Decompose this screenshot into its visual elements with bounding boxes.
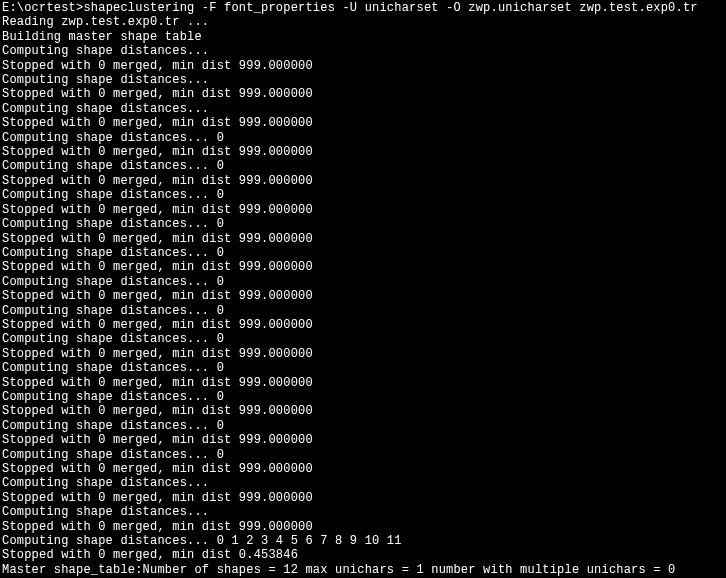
output-line: Stopped with 0 merged, min dist 999.0000… [2,232,724,246]
output-line: Computing shape distances... 0 [2,246,724,260]
output-line: Stopped with 0 merged, min dist 999.0000… [2,203,724,217]
output-line: Computing shape distances... 0 [2,275,724,289]
output-line: Stopped with 0 merged, min dist 999.0000… [2,260,724,274]
output-line: Stopped with 0 merged, min dist 999.0000… [2,59,724,73]
command-line: E:\ocrtest>shapeclustering -F font_prope… [2,1,724,15]
output-line: Computing shape distances... 0 [2,390,724,404]
output-line: Computing shape distances... 0 [2,159,724,173]
output-line: Computing shape distances... 0 [2,304,724,318]
output-line: Stopped with 0 merged, min dist 999.0000… [2,116,724,130]
output-line: Computing shape distances... 0 [2,361,724,375]
output-line: Reading zwp.test.exp0.tr ... [2,15,724,29]
output-line: Stopped with 0 merged, min dist 999.0000… [2,404,724,418]
terminal-output[interactable]: E:\ocrtest>shapeclustering -F font_prope… [0,0,726,578]
output-line: Computing shape distances... [2,73,724,87]
output-line: Stopped with 0 merged, min dist 0.453846 [2,548,724,562]
output-line: Computing shape distances... [2,102,724,116]
output-line: Master shape_table:Number of shapes = 12… [2,563,724,577]
prompt: E:\ocrtest> [2,1,83,15]
output-line: Computing shape distances... 0 [2,131,724,145]
output-line: Stopped with 0 merged, min dist 999.0000… [2,174,724,188]
output-line: Computing shape distances... 0 [2,332,724,346]
output-line: Stopped with 0 merged, min dist 999.0000… [2,462,724,476]
output-line: Computing shape distances... [2,44,724,58]
output-line: Stopped with 0 merged, min dist 999.0000… [2,433,724,447]
output-line: Stopped with 0 merged, min dist 999.0000… [2,520,724,534]
output-line: Stopped with 0 merged, min dist 999.0000… [2,145,724,159]
command-text: shapeclustering -F font_properties -U un… [83,1,697,15]
output-line: Computing shape distances... [2,505,724,519]
output-line: Stopped with 0 merged, min dist 999.0000… [2,347,724,361]
output-line: Computing shape distances... 0 [2,419,724,433]
output-line: Stopped with 0 merged, min dist 999.0000… [2,376,724,390]
output-line: Stopped with 0 merged, min dist 999.0000… [2,87,724,101]
output-line: Stopped with 0 merged, min dist 999.0000… [2,491,724,505]
output-line: Computing shape distances... 0 1 2 3 4 5… [2,534,724,548]
output-line: Computing shape distances... [2,476,724,490]
output-line: Computing shape distances... 0 [2,217,724,231]
output-line: Building master shape table [2,30,724,44]
output-line: Computing shape distances... 0 [2,448,724,462]
output-line: Stopped with 0 merged, min dist 999.0000… [2,318,724,332]
output-line: Computing shape distances... 0 [2,188,724,202]
output-line: Stopped with 0 merged, min dist 999.0000… [2,289,724,303]
